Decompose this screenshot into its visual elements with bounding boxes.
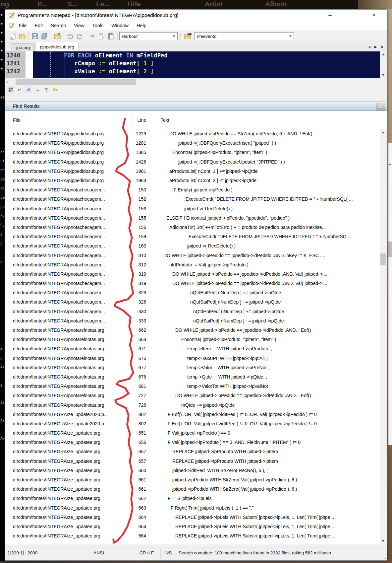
results-vscrollbar[interactable] xyxy=(380,129,387,544)
result-row[interactable]: d:\cdrom\fontes\INTEGRA\pnotarelnotas.pr… xyxy=(5,391,380,400)
scroll-down-icon[interactable] xyxy=(382,540,384,542)
fold-collapse-icon[interactable]: - xyxy=(27,54,31,58)
scroll-left-icon[interactable]: ‹ xyxy=(6,79,8,84)
result-row[interactable]: d:\cdrom\fontes\INTEGRA\ze_updatee.prg65… xyxy=(5,457,380,466)
result-row[interactable]: d:\cdrom\fontes\INTEGRA\pnotarelnotas.pr… xyxy=(5,335,380,344)
result-row[interactable]: d:\cdrom\fontes\INTEGRA\pnotachecagem...… xyxy=(5,307,380,316)
minimize-button[interactable]: – xyxy=(319,10,341,21)
result-row[interactable]: d:\cdrom\fontes\INTEGRA\pnotachecagem...… xyxy=(5,269,380,279)
menu-item-window[interactable]: Window xyxy=(107,22,133,30)
scroll-down-icon[interactable] xyxy=(382,74,385,76)
result-row[interactable]: d:\cdrom\fontes\INTEGRA\pnotarelnotas.pr… xyxy=(5,372,380,382)
find-results-close-button[interactable]: ✕ xyxy=(376,103,385,110)
line-numbers-button[interactable]: # xyxy=(25,86,32,93)
result-row[interactable]: d:\cdrom\fontes\INTEGRA\pnotachecagem...… xyxy=(5,288,380,297)
result-row[interactable]: d:\cdrom\fontes\INTEGRA\pnotachecagem...… xyxy=(5,297,380,307)
editor-hscrollbar[interactable]: ‹ xyxy=(5,78,387,85)
close-folder-button[interactable] xyxy=(53,32,62,40)
result-row[interactable]: d:\cdrom\fontes\INTEGRA\ze_updatee.prg66… xyxy=(5,503,380,513)
maximize-button[interactable] xyxy=(341,10,363,21)
menu-item-tools[interactable]: Tools xyxy=(88,22,108,30)
editor-vscrollbar[interactable] xyxy=(380,51,387,78)
result-row[interactable]: d:\cdrom\fontes\INTEGRA\ze_updatee.prg65… xyxy=(5,447,380,456)
code-editor[interactable]: 124012411242 - FOR EACH oElement IN mFie… xyxy=(5,51,387,78)
result-row[interactable]: d:\cdrom\fontes\INTEGRA\pnotachecagem...… xyxy=(5,241,380,250)
result-row[interactable]: d:\cdrom\fontes\INTEGRA\pnotachecagem...… xyxy=(5,185,380,194)
save-button[interactable] xyxy=(30,32,40,40)
tab-jpa.prg[interactable]: jpa.prg xyxy=(12,43,34,51)
new-file-button[interactable] xyxy=(8,32,18,40)
result-row[interactable]: d:\cdrom\fontes\INTEGRA\pnotachecagem...… xyxy=(5,223,380,232)
cut-button[interactable]: ✂ xyxy=(88,32,97,40)
result-row[interactable]: d:\cdrom\fontes\INTEGRA\ze_updatee.prg66… xyxy=(5,494,380,503)
result-row[interactable]: d:\cdrom\fontes\INTEGRA\pjppedidosub.prg… xyxy=(5,157,380,167)
tab-scroll-right-icon[interactable]: ▶ xyxy=(374,45,377,49)
result-row[interactable]: d:\cdrom\fontes\INTEGRA\ze_updatee.prg65… xyxy=(5,428,380,438)
result-row[interactable]: d:\cdrom\fontes\INTEGRA\pjppedidosub.prg… xyxy=(5,176,380,185)
open-file-button[interactable] xyxy=(18,32,27,40)
result-row[interactable]: d:\cdrom\fontes\INTEGRA\ze_updatee.prg66… xyxy=(5,531,380,540)
results-scrollbar-thumb[interactable] xyxy=(380,253,386,265)
paste-button[interactable] xyxy=(106,32,116,40)
code-area[interactable]: FOR EACH oElement IN mFieldPed cCampo :=… xyxy=(33,51,380,78)
menu-item-view[interactable]: View xyxy=(70,22,88,30)
result-row[interactable]: d:\cdrom\fontes\INTEGRA\pnotarelnotas.pr… xyxy=(5,400,380,409)
find-results-header[interactable]: Find Results ✕ xyxy=(5,102,387,111)
hscrollbar-thumb[interactable] xyxy=(16,79,136,85)
resize-grip[interactable] xyxy=(382,555,386,559)
result-row[interactable]: d:\cdrom\fontes\INTEGRA\ze_updatee.prg66… xyxy=(5,466,380,475)
result-row[interactable]: d:\cdrom\fontes\INTEGRA\pnotarelnotas.pr… xyxy=(5,344,380,353)
result-row[interactable]: d:\cdrom\fontes\INTEGRA\ze_updatee.prg66… xyxy=(5,513,380,522)
whitespace-button[interactable]: → xyxy=(34,86,41,93)
result-row[interactable]: d:\cdrom\fontes\INTEGRA\pnotarelnotas.pr… xyxy=(5,354,380,363)
find-in-files-button[interactable] xyxy=(183,32,193,40)
tab-scroll-left-icon[interactable]: ◀ xyxy=(368,45,370,49)
word-wrap-button[interactable]: ↩ xyxy=(16,86,23,93)
close-button[interactable]: × xyxy=(363,10,385,21)
search-term-select[interactable]: nfeevento xyxy=(195,32,294,40)
result-row[interactable]: d:\cdrom\fontes\INTEGRA\ze_update2020.p.… xyxy=(5,419,380,428)
result-row[interactable]: d:\cdrom\fontes\INTEGRA\ze_updatee.prg66… xyxy=(5,522,380,531)
column-header-line[interactable]: Line xyxy=(124,117,146,123)
redo-button[interactable] xyxy=(75,32,84,40)
result-row[interactable]: d:\cdrom\fontes\INTEGRA\pjppedidosub.prg… xyxy=(5,138,380,148)
column-header-text[interactable]: Text xyxy=(161,117,169,123)
scroll-up-icon[interactable] xyxy=(382,131,384,133)
title-bar[interactable]: Programmer's Notepad - [d:\cdrom\fontes\… xyxy=(5,10,387,21)
menu-item-edit[interactable]: Edit xyxy=(30,22,47,30)
column-header-file[interactable]: File xyxy=(13,117,21,123)
copy-button[interactable] xyxy=(97,32,106,40)
menu-item-file[interactable]: File xyxy=(15,22,30,30)
result-row[interactable]: d:\cdrom\fontes\INTEGRA\ze_update2020.p.… xyxy=(5,410,380,419)
result-row[interactable]: d:\cdrom\fontes\INTEGRA\pnotarelnotas.pr… xyxy=(5,363,380,372)
save-all-button[interactable] xyxy=(40,32,49,40)
result-row[interactable]: d:\cdrom\fontes\INTEGRA\pnotachecagem...… xyxy=(5,260,380,269)
column-separator[interactable] xyxy=(132,114,132,127)
menu-item-help[interactable]: Help xyxy=(133,22,150,30)
result-row[interactable]: d:\cdrom\fontes\INTEGRA\pnotachecagem...… xyxy=(5,279,380,288)
result-row[interactable]: d:\cdrom\fontes\INTEGRA\pnotachecagem...… xyxy=(5,204,380,213)
result-row[interactable]: d:\cdrom\fontes\INTEGRA\pjppedidosub.prg… xyxy=(5,129,380,138)
tab-pjppedidosub.prg[interactable]: pjppedidosub.prg xyxy=(35,42,79,51)
eol-button[interactable]: ¶ xyxy=(43,86,50,93)
scheme-select[interactable]: Harbour xyxy=(119,32,178,40)
scroll-up-icon[interactable] xyxy=(382,53,385,55)
result-row[interactable]: d:\cdrom\fontes\INTEGRA\ze_updatee.prg66… xyxy=(5,484,380,494)
result-row[interactable]: d:\cdrom\fontes\INTEGRA\pjppedidosub.prg… xyxy=(5,148,380,157)
result-row[interactable]: d:\cdrom\fontes\INTEGRA\ze_updatee.prg66… xyxy=(5,475,380,484)
result-row[interactable]: d:\cdrom\fontes\INTEGRA\pnotachecagem...… xyxy=(5,213,380,223)
result-row[interactable]: d:\cdrom\fontes\INTEGRA\pnotarelnotas.pr… xyxy=(5,325,380,335)
result-row[interactable]: d:\cdrom\fontes\INTEGRA\pjppedidosub.prg… xyxy=(5,167,380,176)
result-row[interactable]: d:\cdrom\fontes\INTEGRA\pnotachecagem...… xyxy=(5,232,380,241)
write-protect-button[interactable] xyxy=(52,86,59,93)
scheme-colors-button[interactable] xyxy=(7,86,14,93)
result-row[interactable]: d:\cdrom\fontes\INTEGRA\pnotachecagem...… xyxy=(5,316,380,325)
column-separator[interactable] xyxy=(157,114,157,127)
result-row[interactable]: d:\cdrom\fontes\INTEGRA\pnotachecagem...… xyxy=(5,194,380,204)
result-row[interactable]: d:\cdrom\fontes\INTEGRA\pnotarelnotas.pr… xyxy=(5,382,380,391)
result-row[interactable]: d:\cdrom\fontes\INTEGRA\pnotachecagem...… xyxy=(5,250,380,260)
result-row[interactable]: d:\cdrom\fontes\INTEGRA\ze_updatee.prg65… xyxy=(5,438,380,447)
menu-item-search[interactable]: Search xyxy=(47,22,70,30)
undo-button[interactable] xyxy=(66,32,75,40)
tab-close-icon[interactable]: × xyxy=(381,44,383,49)
